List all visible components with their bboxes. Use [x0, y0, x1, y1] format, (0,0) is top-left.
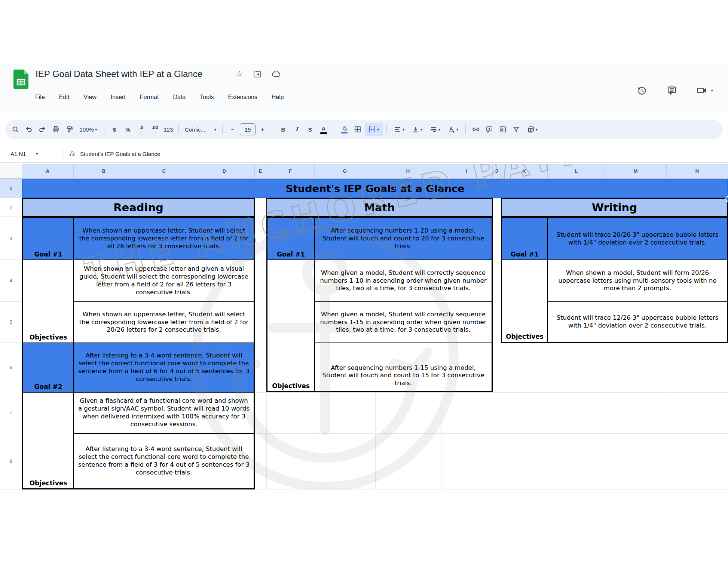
cell-reading-goal2[interactable]: After listening to a 3-4 word sentence, … — [74, 343, 254, 392]
column-header-g[interactable]: G — [315, 164, 375, 179]
row-header-1[interactable]: 1 — [0, 179, 22, 198]
row-header-2[interactable]: 2 — [0, 198, 22, 217]
menu-tools[interactable]: Tools — [199, 93, 214, 102]
row-header-4[interactable]: 4 — [0, 260, 22, 302]
cell-writing-objectives-label[interactable]: Objectives — [502, 260, 548, 342]
move-to-folder-icon[interactable] — [253, 70, 262, 79]
bold-button[interactable]: B — [277, 123, 290, 136]
table-views-icon[interactable]: ▾ — [523, 123, 541, 136]
menu-format[interactable]: Format — [139, 93, 160, 102]
insert-chart-icon[interactable] — [496, 123, 509, 136]
cell-writing-goal1-label[interactable]: Goal #1 — [502, 218, 548, 260]
cell-reading-header[interactable]: Reading — [22, 198, 255, 217]
format-currency-button[interactable]: $ — [108, 123, 121, 136]
column-header-i[interactable]: I — [441, 164, 493, 179]
cell-writing-header[interactable]: Writing — [501, 198, 728, 217]
increase-font-size-button[interactable]: + — [256, 123, 269, 136]
cell-math-objectives-label[interactable]: Objectives — [267, 260, 315, 391]
cell-reading-objectives1-label[interactable]: Objectives — [23, 260, 74, 343]
text-rotation-button[interactable]: ▾ — [444, 123, 462, 136]
formula-input[interactable]: Student's IEP Goals at a Glance — [80, 151, 160, 157]
menu-help[interactable]: Help — [271, 93, 285, 102]
sheets-logo-icon[interactable] — [13, 70, 28, 89]
insert-comment-icon[interactable] — [483, 123, 496, 136]
column-header-l[interactable]: L — [548, 164, 605, 179]
horizontal-align-button[interactable]: ▾ — [391, 123, 408, 136]
cell-math-objective1[interactable]: When given a model, Student will correct… — [315, 260, 492, 302]
cell-math-goal1-label[interactable]: Goal #1 — [267, 218, 315, 260]
more-formats-button[interactable]: 123 — [162, 123, 175, 136]
text-wrap-button[interactable]: ▾ — [426, 123, 444, 136]
cell-reading-goal2-label[interactable]: Goal #2 — [23, 343, 74, 392]
zoom-selector[interactable]: 100%▾ — [76, 123, 100, 136]
undo-icon[interactable] — [22, 123, 35, 136]
menu-file[interactable]: File — [34, 93, 46, 102]
version-history-icon[interactable] — [637, 85, 647, 96]
cell-sheet-title[interactable]: Student's IEP Goals at a Glance — [22, 179, 728, 198]
select-all-corner[interactable] — [0, 164, 22, 179]
video-call-dropdown-caret[interactable]: ▾ — [711, 88, 713, 93]
cell-reading-objective2[interactable]: When shown an uppercase letter, Student … — [74, 302, 254, 343]
cell-reading-goal1-label[interactable]: Goal #1 — [23, 218, 74, 260]
cell-writing-objective2[interactable]: Student will trace 12/26 3" uppercase bu… — [548, 302, 727, 342]
cell-reading-objective3[interactable]: Given a flashcard of a functional core w… — [74, 392, 254, 433]
column-header-h[interactable]: H — [375, 164, 441, 179]
borders-button[interactable] — [351, 123, 364, 136]
column-header-e[interactable]: E — [255, 164, 266, 179]
search-icon[interactable] — [9, 123, 22, 136]
format-percent-button[interactable]: % — [122, 123, 134, 136]
cell-writing-objective1[interactable]: When shown a model, Student will form 20… — [548, 260, 727, 302]
row-header-5[interactable]: 5 — [0, 302, 22, 343]
italic-button[interactable]: I — [290, 123, 303, 136]
paint-format-icon[interactable] — [63, 123, 76, 136]
decrease-decimal-button[interactable]: .0← — [135, 123, 148, 136]
column-header-k[interactable]: K — [501, 164, 548, 179]
menu-edit[interactable]: Edit — [58, 93, 70, 102]
fill-color-button[interactable] — [338, 123, 351, 136]
cell-reading-objectives2-label[interactable]: Objectives — [23, 392, 74, 489]
font-size-input[interactable]: 19 — [240, 123, 256, 135]
create-filter-icon[interactable] — [510, 123, 523, 136]
menu-extensions[interactable]: Extensions — [227, 93, 258, 102]
column-header-a[interactable]: A — [22, 164, 74, 179]
name-box[interactable]: A1:N1▾ — [0, 151, 58, 157]
strikethrough-button[interactable]: S — [304, 123, 316, 136]
cell-math-objective3[interactable]: After sequencing numbers 1-15 using a mo… — [315, 343, 492, 391]
font-selector[interactable]: Comic...▾ — [183, 123, 218, 136]
cell-reading-objective4[interactable]: After listening to a 3-4 word sentence, … — [74, 433, 254, 489]
column-header-b[interactable]: B — [74, 164, 134, 179]
column-header-n[interactable]: N — [667, 164, 728, 179]
column-header-d[interactable]: D — [194, 164, 255, 179]
cell-writing-goal1[interactable]: Student will trace 20/26 3" uppercase bu… — [548, 218, 727, 260]
cloud-status-icon[interactable] — [272, 70, 281, 79]
decrease-font-size-button[interactable]: − — [226, 123, 239, 136]
cell-reading-objective1[interactable]: When shown an uppercase letter and given… — [74, 260, 254, 302]
redo-icon[interactable] — [36, 123, 49, 136]
cell-math-goal1[interactable]: After sequencing numbers 1-20 using a mo… — [315, 218, 492, 260]
vertical-align-button[interactable]: ▾ — [409, 123, 426, 136]
cell-math-header[interactable]: Math — [266, 198, 493, 217]
increase-decimal-button[interactable]: .00→ — [149, 123, 161, 136]
row-header-8[interactable]: 8 — [0, 433, 22, 489]
insert-link-icon[interactable] — [469, 123, 482, 136]
star-icon[interactable]: ☆ — [236, 70, 243, 78]
menu-view[interactable]: View — [83, 93, 97, 102]
column-header-c[interactable]: C — [134, 164, 194, 179]
merge-cells-button[interactable]: ▾ — [365, 123, 383, 136]
column-header-j[interactable]: J — [493, 164, 501, 179]
math-table: Goal #1 After sequencing numbers 1-20 us… — [266, 217, 493, 392]
meet-video-call-icon[interactable] — [697, 86, 708, 95]
menu-insert[interactable]: Insert — [110, 93, 126, 102]
row-header-7[interactable]: 7 — [0, 392, 22, 433]
column-header-f[interactable]: F — [266, 164, 315, 179]
document-title[interactable]: IEP Goal Data Sheet with IEP at a Glance — [36, 69, 202, 79]
row-header-6[interactable]: 6 — [0, 343, 22, 392]
column-header-m[interactable]: M — [605, 164, 667, 179]
text-color-button[interactable]: A — [317, 123, 330, 136]
menu-data[interactable]: Data — [172, 93, 186, 102]
cell-reading-goal1[interactable]: When shown an uppercase letter, Student … — [74, 218, 254, 260]
comment-history-icon[interactable] — [667, 85, 677, 96]
row-header-3[interactable]: 3 — [0, 217, 22, 260]
cell-math-objective2[interactable]: When given a model, Student will correct… — [315, 302, 492, 343]
print-icon[interactable] — [49, 123, 62, 136]
